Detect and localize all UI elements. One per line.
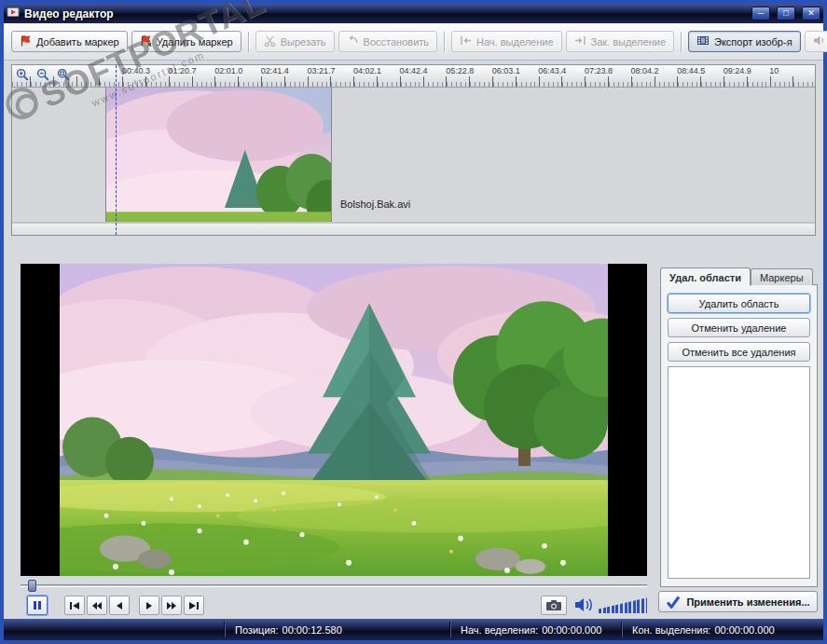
tick-label: 01:20.7 (169, 66, 215, 75)
toolbar-separator (681, 32, 682, 52)
apply-changes-label: Применить изменения... (686, 596, 809, 608)
delete-area-button[interactable]: Удалить область (668, 294, 810, 313)
toolbar: Добавить маркер Удалить маркер Вырезать … (4, 23, 823, 61)
export-audio-icon (813, 34, 825, 48)
position-label: Позиция: (235, 624, 279, 636)
tab-markers[interactable]: Маркеры (751, 268, 813, 285)
tick-label: 07:23.8 (585, 66, 631, 75)
deleted-areas-panel: Удалить область Отменить удаление Отмени… (660, 284, 818, 587)
button-label: Вырезать (281, 36, 326, 48)
maximize-button[interactable]: □ (777, 7, 795, 21)
selection-end-button: Зак. выделение (566, 31, 674, 52)
tab-deleted-areas[interactable]: Удал. области (660, 267, 751, 286)
delete-marker-button[interactable]: Удалить маркер (131, 31, 241, 52)
delete-marker-flag-icon (140, 34, 152, 48)
selection-start-button: Нач. выделение (451, 31, 561, 52)
video-preview (21, 264, 647, 576)
video-frame (60, 264, 608, 576)
tick-label: 06:03.1 (492, 66, 539, 75)
selection-end-label: Кон. выделения: (632, 624, 710, 636)
volume-bars[interactable] (599, 597, 647, 613)
pause-button[interactable] (27, 596, 48, 615)
add-marker-flag-icon (20, 34, 32, 48)
cut-icon (264, 34, 276, 48)
panel-tabs: Удал. области Маркеры (660, 266, 818, 285)
selection-end-icon (574, 34, 586, 48)
timeline-track[interactable]: Bolshoj.Bak.avi (12, 88, 815, 223)
tick-label: 08:44.5 (677, 66, 724, 75)
playhead-line[interactable] (116, 65, 117, 235)
window-title: Видео редактор (24, 7, 745, 21)
app-icon (7, 6, 20, 22)
status-selection-end: Кон. выделения: 00:00:00.000 (623, 624, 784, 636)
undo-delete-button[interactable]: Отменить удаление (668, 318, 810, 337)
button-label: Добавить маркер (36, 36, 119, 48)
selection-start-value: 00:00:00.000 (542, 624, 601, 636)
speaker-icon[interactable] (574, 597, 593, 616)
restore-icon (347, 34, 359, 48)
side-panel: Удал. области Маркеры Удалить область От… (653, 240, 823, 619)
timeline-zoom-tools (16, 68, 72, 83)
toolbar-separator (444, 32, 445, 52)
cut-button: Вырезать (255, 31, 335, 52)
button-label: Удалить маркер (157, 36, 233, 48)
tick-label: 05:22.8 (446, 66, 492, 75)
button-label: Восстановить (364, 36, 429, 48)
zoom-out-icon[interactable] (36, 68, 51, 83)
timeline-tick-labels: 00:40.3 01:20.7 02:01.0 02:41.4 03:21.7 … (122, 66, 815, 75)
title-bar: Видео редактор ─ □ ✕ (4, 4, 823, 23)
clip-name-label: Bolshoj.Bak.avi (340, 199, 410, 210)
tick-label: 04:42.4 (400, 66, 447, 75)
selection-start-label: Нач. веделения: (461, 624, 538, 636)
skip-start-button[interactable] (64, 596, 85, 615)
restore-button: Восстановить (338, 31, 437, 52)
ruler-major-ticks (30, 76, 815, 87)
zoom-in-icon[interactable] (16, 68, 31, 83)
transport-controls (4, 595, 653, 617)
timeline-scrollbar[interactable] (12, 223, 815, 235)
tick-label: 03:21.7 (307, 66, 353, 75)
selection-end-value: 00:00:00.000 (714, 624, 774, 636)
tick-label: 00:40.3 (122, 66, 169, 75)
tick-label: 10 (769, 66, 815, 75)
tick-label: 02:41.4 (261, 66, 308, 75)
timeline-ruler[interactable]: 00:40.3 01:20.7 02:01.0 02:41.4 03:21.7 … (12, 65, 815, 88)
seek-thumb[interactable] (28, 580, 36, 592)
add-marker-button[interactable]: Добавить маркер (11, 31, 128, 52)
snapshot-button[interactable] (541, 596, 567, 615)
timeline-panel: 00:40.3 01:20.7 02:01.0 02:41.4 03:21.7 … (11, 64, 816, 236)
seek-slider[interactable] (21, 580, 647, 592)
preview-column (4, 240, 653, 619)
rewind-button[interactable] (87, 596, 107, 615)
tick-label: 06:43.4 (538, 66, 585, 75)
button-label: Зак. выделение (591, 36, 666, 48)
position-value: 00:00:12.580 (283, 624, 342, 636)
button-label: Экспорт изобр-я (714, 36, 793, 48)
main-area: Удал. области Маркеры Удалить область От… (4, 240, 823, 619)
seek-groove (21, 584, 647, 587)
tick-label: 02:01.0 (214, 66, 261, 75)
export-image-icon (696, 34, 710, 48)
step-forward-button[interactable] (139, 596, 159, 615)
status-selection-start: Нач. веделения: 00:00:00.000 (451, 624, 621, 636)
export-audio-button: Экспорт аудио (805, 31, 827, 52)
fast-forward-button[interactable] (161, 596, 182, 615)
export-image-button[interactable]: Экспорт изобр-я (688, 31, 801, 52)
checkmark-icon (666, 596, 681, 609)
app-window: Видео редактор ─ □ ✕ Добавить маркер Уда… (0, 0, 827, 644)
status-position: Позиция: 00:00:12.580 (226, 624, 449, 636)
minimize-button[interactable]: ─ (751, 7, 770, 21)
apply-changes-button[interactable]: Применить изменения... (658, 591, 818, 612)
undo-all-deletes-button[interactable]: Отменить все удаления (668, 342, 810, 362)
zoom-fit-icon[interactable] (57, 68, 72, 83)
deleted-areas-list[interactable] (668, 366, 810, 579)
skip-end-button[interactable] (184, 596, 204, 615)
step-back-button[interactable] (109, 596, 130, 615)
button-label: Нач. выделение (476, 36, 553, 48)
status-bar: Позиция: 00:00:12.580 Нач. веделения: 00… (4, 619, 823, 640)
clip-thumbnail[interactable] (105, 88, 332, 222)
tick-label: 04:02.1 (353, 66, 400, 75)
close-button[interactable]: ✕ (802, 7, 820, 21)
camera-icon (545, 599, 562, 611)
toolbar-separator (248, 32, 249, 52)
